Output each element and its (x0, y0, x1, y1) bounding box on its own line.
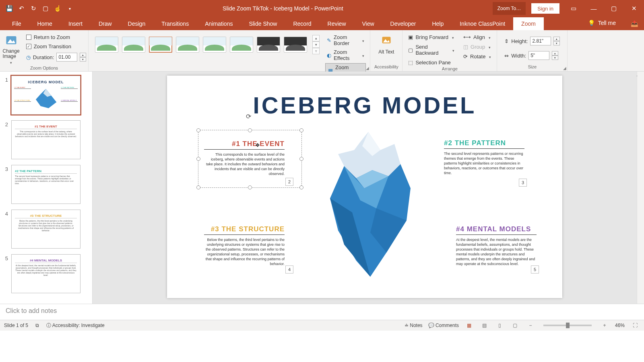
resize-handle-w[interactable] (196, 157, 200, 161)
alt-text-button[interactable]: Alt Text (376, 32, 396, 56)
zoom-slider-thumb[interactable] (566, 323, 570, 328)
group-button[interactable]: ◫Group (462, 43, 493, 51)
tab-zoom[interactable]: Zoom (513, 17, 544, 30)
zoom-style-3[interactable] (149, 37, 172, 53)
tab-slide-show[interactable]: Slide Show (241, 17, 285, 30)
view-slideshow-icon[interactable]: ▢ (510, 321, 520, 329)
width-input[interactable]: 5" (528, 51, 549, 60)
height-spinner[interactable]: ▴▾ (553, 37, 560, 45)
width-field[interactable]: ⇔Width:5"▴▾ (503, 50, 561, 61)
zoom-style-2[interactable] (122, 37, 145, 53)
resize-handle-s[interactable] (248, 185, 252, 189)
zoom-styles-launcher-icon[interactable]: ◢ (366, 66, 369, 70)
zoom-slider[interactable] (543, 325, 592, 326)
thumbnail-5[interactable]: 5 #4 MENTAL MODELS At the deepest level,… (2, 254, 90, 293)
height-field[interactable]: ⇕Height:2.81"▴▾ (503, 36, 561, 46)
slide-canvas[interactable]: ICEBERG MODEL ⟳ (167, 76, 562, 298)
zoom-styles-gallery[interactable]: ▴▾▿ (93, 32, 322, 58)
tab-record[interactable]: Record (285, 17, 319, 30)
tab-review[interactable]: Review (320, 17, 354, 30)
slide-thumbnail-panel[interactable]: 1 ICEBERG MODEL #1 THE EVENT #2 THE PATT… (0, 72, 93, 304)
zoom-style-1[interactable] (95, 37, 118, 53)
start-from-beginning-icon[interactable]: ▢ (42, 5, 49, 12)
sign-in-button[interactable]: Sign in (531, 3, 559, 14)
zoom-style-7[interactable] (257, 37, 280, 53)
resize-handle-sw[interactable] (196, 185, 200, 189)
status-accessibility[interactable]: ⓘ Accessibility: Investigate (46, 322, 105, 329)
send-backward-button[interactable]: ▢Send Backward (407, 43, 456, 57)
resize-handle-e[interactable] (299, 157, 303, 161)
notes-toggle[interactable]: ≐ Notes (405, 323, 423, 328)
rotation-handle-icon[interactable]: ⟳ (246, 113, 254, 121)
block-1-event[interactable]: #1 THE EVENT This corresponds to the sur… (204, 140, 285, 176)
maximize-icon[interactable]: ▢ (604, 0, 624, 17)
save-icon[interactable]: 💾 (6, 5, 13, 12)
zoom-style-6[interactable] (230, 37, 253, 53)
thumbnail-3[interactable]: 3 #2 THE PATTERN The second level repres… (2, 165, 90, 204)
duration-field[interactable]: ◷ Duration: 01.00 ▴▾ (25, 52, 88, 62)
zoom-in-icon[interactable]: + (600, 321, 609, 329)
slide-editor[interactable]: ICEBERG MODEL ⟳ (93, 72, 637, 304)
ribbon-display-options-icon[interactable]: ▭ (564, 0, 584, 17)
thumbnail-2[interactable]: 2 #1 THE EVENT This corresponds to the s… (2, 120, 90, 159)
view-sorter-icon[interactable]: ▤ (480, 321, 489, 329)
zoom-style-8[interactable] (284, 37, 307, 53)
tab-classpoint[interactable]: Inknoe ClassPoint (452, 17, 513, 30)
bring-forward-button[interactable]: ▣Bring Forward (407, 33, 456, 41)
zoom-border-button[interactable]: ✎Zoom Border (325, 33, 366, 47)
vertical-scrollbar[interactable] (637, 72, 644, 304)
fit-to-window-icon[interactable]: ⛶ (630, 321, 640, 329)
share-icon[interactable]: 📤 (631, 20, 638, 27)
block-4-mental-models[interactable]: #4 MENTAL MODELS At the deepest level, t… (456, 225, 537, 266)
zoom-out-icon[interactable]: − (526, 321, 535, 329)
duration-spinner[interactable]: ▴▾ (80, 53, 86, 62)
tab-animations[interactable]: Animations (197, 17, 241, 30)
change-image-button[interactable]: Change Image ▾ (0, 33, 22, 66)
tab-developer[interactable]: Developer (382, 17, 424, 30)
zoom-effects-button[interactable]: ◐Zoom Effects (325, 48, 366, 62)
tab-draw[interactable]: Draw (91, 17, 120, 30)
return-to-zoom-checkbox[interactable]: Return to Zoom (25, 33, 88, 41)
zoom-style-5[interactable] (203, 37, 226, 53)
gallery-scroll[interactable]: ▴▾▿ (312, 35, 320, 54)
tab-home[interactable]: Home (29, 17, 60, 30)
thumbnail-1[interactable]: 1 ICEBERG MODEL #1 THE EVENT #2 THE PATT… (2, 76, 90, 115)
tab-transitions[interactable]: Transitions (153, 17, 197, 30)
zoom-style-4[interactable] (176, 37, 199, 53)
size-launcher-icon[interactable]: ◢ (563, 66, 566, 70)
notes-pane[interactable]: Click to add notes (0, 304, 644, 320)
zoom-transition-checkbox[interactable]: ✓Zoom Transition (25, 43, 88, 50)
tab-help[interactable]: Help (424, 17, 452, 30)
undo-icon[interactable]: ↶ (18, 5, 25, 12)
duration-input[interactable]: 01.00 (56, 53, 77, 62)
redo-icon[interactable]: ↻ (30, 5, 37, 12)
rotate-button[interactable]: ⟳Rotate (462, 53, 493, 60)
tab-file[interactable]: File (4, 17, 29, 30)
width-spinner[interactable]: ▴▾ (552, 51, 558, 60)
tab-design[interactable]: Design (120, 17, 154, 30)
slide-title[interactable]: ICEBERG MODEL (167, 92, 562, 119)
tab-insert[interactable]: Insert (60, 17, 91, 30)
align-button[interactable]: ⟷Align (462, 33, 493, 41)
block-2-pattern[interactable]: #2 THE PATTERN The second level represen… (444, 139, 524, 175)
zoom-percent[interactable]: 46% (615, 323, 625, 328)
touch-mode-icon[interactable]: ☝ (54, 5, 61, 12)
height-input[interactable]: 2.81" (530, 37, 551, 45)
close-icon[interactable]: ✕ (624, 0, 644, 17)
resize-handle-nw[interactable] (196, 128, 200, 132)
view-reading-icon[interactable]: ▯ (495, 321, 505, 329)
minimize-icon[interactable]: — (584, 0, 604, 17)
tab-view[interactable]: View (354, 17, 382, 30)
thumbnail-4[interactable]: 4 #3 THE STRUCTURE Below the patterns, t… (2, 210, 90, 249)
tell-me[interactable]: 💡 Tell me (588, 20, 616, 26)
resize-handle-se[interactable] (299, 185, 303, 189)
resize-handle-ne[interactable] (299, 128, 303, 132)
selection-pane-button[interactable]: ⬚Selection Pane (407, 59, 456, 66)
comments-toggle[interactable]: 💬 Comments (428, 323, 459, 328)
resize-handle-n[interactable] (248, 128, 252, 132)
qat-more-icon[interactable]: ▾ (66, 5, 73, 12)
block-3-structure[interactable]: #3 THE STRUCTURE Below the patterns, the… (204, 225, 285, 266)
status-section-icon[interactable]: ⧉ (35, 323, 39, 328)
view-normal-icon[interactable]: ▦ (464, 321, 474, 329)
iceberg-graphic[interactable] (316, 128, 421, 281)
